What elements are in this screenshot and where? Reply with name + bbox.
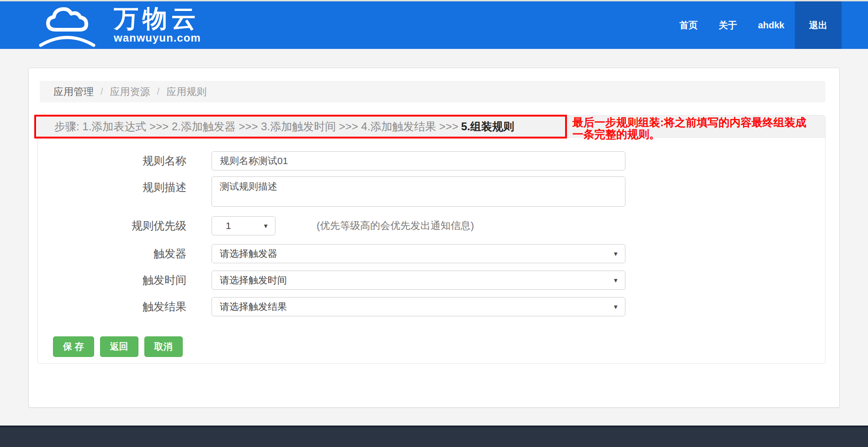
rule-name-label: 规则名称 xyxy=(38,154,212,168)
breadcrumb-item-app-rules[interactable]: 应用规则 xyxy=(166,85,206,99)
rule-priority-value: 1 xyxy=(212,220,231,231)
caret-down-icon: ▼ xyxy=(613,303,619,310)
trigger-result-label: 触发结果 xyxy=(38,299,212,314)
steps-prefix: 步骤: 1.添加表达式 >>> 2.添加触发器 >>> 3.添加触发时间 >>>… xyxy=(54,119,458,134)
priority-hint-text: (优先等级高的会优先发出通知信息) xyxy=(317,219,474,233)
trigger-result-select[interactable]: 请选择触发结果 ▼ xyxy=(212,297,625,316)
nav-item-about[interactable]: 关于 xyxy=(708,1,747,49)
trigger-placeholder: 请选择触发器 xyxy=(212,247,277,260)
rule-assembly-panel: 最后一步规则组装:将之前填写的内容最终组装成 一条完整的规则。 步骤: 1.添加… xyxy=(37,115,826,364)
rule-description-textarea[interactable]: 测试规则描述 xyxy=(212,176,625,207)
nav-item-user[interactable]: ahdkk xyxy=(747,1,795,49)
nav-links: 首页 关于 ahdkk 退出 xyxy=(669,1,842,49)
breadcrumb: 应用管理 / 应用资源 / 应用规则 xyxy=(40,81,826,102)
steps-current-step: 5.组装规则 xyxy=(461,119,514,134)
caret-down-icon: ▼ xyxy=(613,277,619,284)
cancel-button[interactable]: 取消 xyxy=(144,336,183,357)
nav-item-home[interactable]: 首页 xyxy=(669,1,708,49)
rule-priority-label: 规则优先级 xyxy=(38,218,212,233)
brand-name: 万物云 xyxy=(114,6,201,31)
page-footer xyxy=(0,426,868,447)
rule-form: 规则名称 规则描述 测试规则描述 规则优先级 1 ▼ (优先等级高的会优先发出通… xyxy=(38,138,825,363)
nav-item-logout[interactable]: 退出 xyxy=(795,1,842,49)
rule-priority-select[interactable]: 1 ▼ xyxy=(212,216,275,235)
brand-domain: wanwuyun.com xyxy=(114,32,201,44)
trigger-time-label: 触发时间 xyxy=(38,273,212,287)
navbar: 万物云 wanwuyun.com 首页 关于 ahdkk 退出 xyxy=(0,1,868,49)
steps-bar: 步骤: 1.添加表达式 >>> 2.添加触发器 >>> 3.添加触发时间 >>>… xyxy=(38,116,825,138)
breadcrumb-item-app-resources[interactable]: 应用资源 xyxy=(110,85,150,99)
save-button[interactable]: 保 存 xyxy=(53,336,94,357)
cloud-logo-icon xyxy=(39,3,108,47)
breadcrumb-separator: / xyxy=(157,86,160,97)
breadcrumb-item-app-management[interactable]: 应用管理 xyxy=(53,85,94,99)
brand-logo[interactable]: 万物云 wanwuyun.com xyxy=(39,3,201,47)
main-card: 应用管理 / 应用资源 / 应用规则 最后一步规则组装:将之前填写的内容最终组装… xyxy=(28,68,840,408)
rule-description-label: 规则描述 xyxy=(38,176,212,195)
caret-down-icon: ▼ xyxy=(613,250,619,257)
breadcrumb-separator: / xyxy=(101,86,103,97)
trigger-result-placeholder: 请选择触发结果 xyxy=(212,300,287,313)
back-button[interactable]: 返回 xyxy=(100,336,138,357)
rule-name-input[interactable] xyxy=(212,151,625,170)
trigger-time-placeholder: 请选择触发时间 xyxy=(212,274,287,287)
trigger-select[interactable]: 请选择触发器 ▼ xyxy=(212,244,625,263)
trigger-time-select[interactable]: 请选择触发时间 ▼ xyxy=(212,271,625,290)
form-buttons: 保 存 返回 取消 xyxy=(53,336,825,357)
trigger-label: 触发器 xyxy=(38,246,212,261)
caret-down-icon: ▼ xyxy=(263,223,269,229)
